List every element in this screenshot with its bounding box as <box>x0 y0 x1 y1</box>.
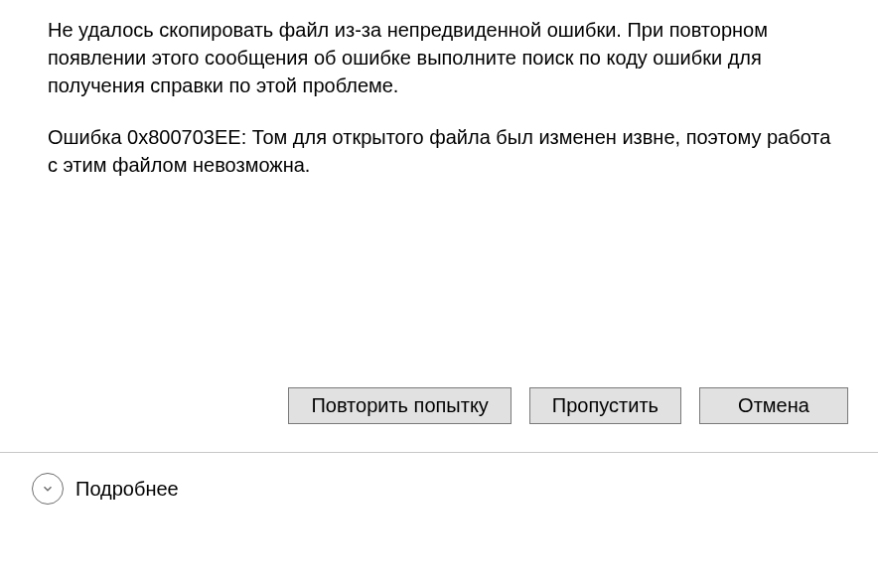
error-message-text: Не удалось скопировать файл из-за непред… <box>48 16 838 99</box>
button-row: Повторить попытку Пропустить Отмена <box>0 387 878 424</box>
cancel-button[interactable]: Отмена <box>699 387 848 424</box>
details-toggle-row[interactable]: Подробнее <box>0 453 878 505</box>
details-label: Подробнее <box>75 478 179 501</box>
retry-button[interactable]: Повторить попытку <box>288 387 511 424</box>
skip-button[interactable]: Пропустить <box>529 387 681 424</box>
dialog-content: Не удалось скопировать файл из-за непред… <box>0 0 878 179</box>
error-code-text: Ошибка 0x800703EE: Том для открытого фай… <box>48 123 838 179</box>
chevron-down-icon[interactable] <box>32 473 64 505</box>
